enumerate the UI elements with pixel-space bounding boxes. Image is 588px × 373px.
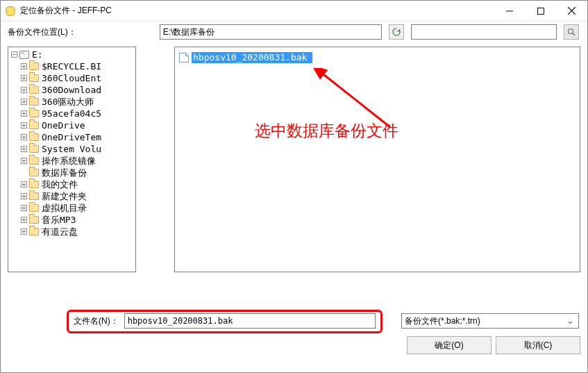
- filename-input[interactable]: [124, 313, 376, 329]
- expand-icon[interactable]: +: [21, 146, 27, 152]
- folder-icon: [29, 204, 39, 212]
- expand-icon[interactable]: +: [21, 110, 27, 117]
- file-area: hbposv10_20200831.bak 选中数据库备份文件: [143, 47, 580, 303]
- tree-item-label: 360Download: [42, 85, 101, 95]
- tree-item-label: 95acefa04c5: [42, 108, 101, 119]
- tree-item[interactable]: +操作系统镜像: [10, 155, 135, 167]
- svg-line-6: [573, 33, 575, 35]
- title-bar: 定位备份文件 - JEFF-PC: [1, 1, 587, 22]
- tree-item-label: 音乐MP3: [42, 214, 76, 226]
- tree-item-label: $RECYCLE.BI: [42, 61, 101, 72]
- folder-icon: [29, 181, 39, 188]
- folder-icon: [29, 145, 39, 153]
- location-label: 备份文件位置(L)：: [8, 26, 76, 38]
- refresh-button[interactable]: [389, 24, 404, 40]
- tree-item[interactable]: +360CloudEnt: [10, 72, 135, 84]
- svg-point-5: [568, 29, 573, 34]
- folder-icon: [29, 110, 39, 117]
- drive-icon: [19, 51, 29, 59]
- filetype-selected: 备份文件(*.bak;*.trn): [405, 315, 480, 327]
- tree-item[interactable]: 数据库备份: [10, 167, 135, 179]
- path-input[interactable]: [160, 24, 382, 40]
- filename-label: 文件名(N)：: [74, 315, 119, 327]
- tree-item-label: 操作系统镜像: [42, 155, 96, 167]
- tree-item-label: 有道云盘: [42, 226, 78, 238]
- expand-icon[interactable]: +: [21, 193, 27, 199]
- tree-item[interactable]: +有道云盘: [10, 226, 135, 238]
- filetype-select[interactable]: 备份文件(*.bak;*.trn): [401, 313, 579, 329]
- folder-icon: [29, 63, 39, 70]
- maximize-button[interactable]: [525, 1, 556, 21]
- tree-item[interactable]: +新建文件夹: [10, 190, 135, 202]
- file-name: hbposv10_20200831.bak: [192, 52, 312, 63]
- tree-item[interactable]: +我的文件: [10, 179, 135, 190]
- tree-item-label: 数据库备份: [42, 167, 87, 179]
- tree-item[interactable]: +音乐MP3: [10, 214, 135, 226]
- folder-icon: [29, 98, 39, 106]
- close-button[interactable]: [556, 1, 587, 21]
- folder-icon: [29, 74, 39, 82]
- tree-item[interactable]: +虚拟机目录: [10, 202, 135, 214]
- expand-icon[interactable]: +: [21, 75, 27, 81]
- app-icon: [5, 6, 16, 17]
- expand-icon[interactable]: +: [21, 122, 27, 129]
- expand-icon[interactable]: +: [21, 63, 27, 69]
- tree-item-label: 我的文件: [42, 179, 78, 191]
- minimize-button[interactable]: [494, 1, 525, 21]
- expand-icon[interactable]: +: [21, 134, 27, 140]
- tree-item[interactable]: +95acefa04c5: [10, 108, 135, 119]
- tree-item-label: OneDrive: [42, 120, 85, 131]
- search-button[interactable]: [564, 24, 579, 40]
- ok-button[interactable]: 确定(O): [407, 336, 492, 354]
- body-area: − E: +$RECYCLE.BI+360CloudEnt+360Downloa…: [1, 42, 587, 303]
- tree-item-label: 360驱动大师: [42, 96, 94, 108]
- toolbar: 备份文件位置(L)：: [1, 22, 587, 42]
- expand-icon[interactable]: +: [21, 181, 27, 188]
- file-list[interactable]: hbposv10_20200831.bak 选中数据库备份文件: [174, 47, 580, 272]
- expand-icon[interactable]: +: [21, 217, 27, 223]
- tree-root-label: E:: [32, 49, 43, 60]
- expand-icon[interactable]: +: [21, 229, 27, 235]
- svg-rect-2: [537, 8, 544, 14]
- tree-item[interactable]: +OneDrive: [10, 119, 135, 131]
- folder-icon: [29, 216, 39, 224]
- folder-icon: [29, 228, 39, 235]
- window-title: 定位备份文件 - JEFF-PC: [20, 5, 494, 17]
- tree-item[interactable]: +360Download: [10, 84, 135, 96]
- tree-item-label: 360CloudEnt: [42, 73, 101, 83]
- filter-input[interactable]: [411, 24, 557, 40]
- collapse-icon[interactable]: −: [11, 51, 17, 58]
- tree-item[interactable]: +OneDriveTem: [10, 131, 135, 143]
- tree-item-label: 虚拟机目录: [42, 202, 87, 215]
- cancel-button[interactable]: 取消(C): [496, 336, 580, 354]
- folder-icon: [29, 86, 39, 94]
- tree-item[interactable]: +System Volu: [10, 143, 135, 155]
- folder-icon: [29, 169, 39, 176]
- folder-icon: [29, 122, 39, 129]
- tree-item[interactable]: +360驱动大师: [10, 96, 135, 108]
- svg-line-7: [321, 72, 390, 127]
- tree-item[interactable]: +$RECYCLE.BI: [10, 60, 135, 72]
- expand-icon[interactable]: +: [21, 205, 27, 211]
- annotation-text: 选中数据库备份文件: [255, 120, 398, 142]
- tree-item-label: 新建文件夹: [42, 190, 87, 203]
- folder-icon: [29, 192, 39, 200]
- file-icon: [179, 53, 189, 63]
- tree-item-label: OneDriveTem: [42, 132, 101, 142]
- folder-tree[interactable]: − E: +$RECYCLE.BI+360CloudEnt+360Downloa…: [8, 47, 136, 272]
- expand-icon[interactable]: +: [21, 87, 27, 93]
- folder-icon: [29, 133, 39, 141]
- tree-root[interactable]: − E:: [10, 49, 135, 60]
- file-item[interactable]: hbposv10_20200831.bak: [179, 51, 576, 64]
- expand-icon[interactable]: +: [21, 158, 27, 164]
- tree-item-label: System Volu: [42, 144, 101, 154]
- bottom-area: 文件名(N)： 备份文件(*.bak;*.trn) 确定(O) 取消(C): [1, 303, 587, 372]
- folder-icon: [29, 157, 39, 165]
- tree-spacer: [21, 169, 27, 176]
- expand-icon[interactable]: +: [21, 99, 27, 105]
- dialog-window: 定位备份文件 - JEFF-PC 备份文件位置(L)： −: [0, 0, 588, 373]
